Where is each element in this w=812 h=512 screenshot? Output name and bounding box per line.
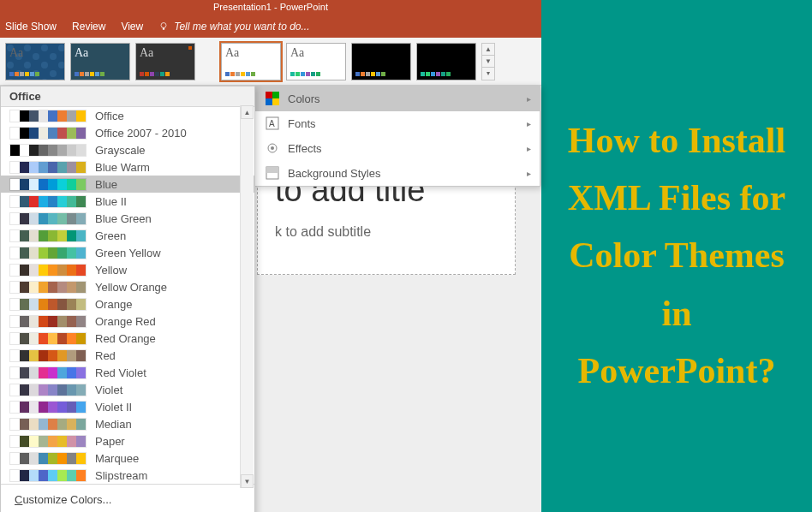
theme-aa-text: Aa [9, 47, 61, 59]
colors-icon [266, 92, 279, 105]
color-scheme-violet-ii[interactable]: Violet II [1, 398, 254, 415]
tell-me-search[interactable]: Tell me what you want to do... [158, 21, 309, 33]
theme-swatches [355, 72, 407, 76]
scheme-swatches [9, 384, 87, 396]
scheme-label: Blue Green [95, 212, 152, 225]
color-scheme-yellow[interactable]: Yellow [1, 261, 254, 278]
svg-point-5 [271, 146, 274, 150]
svg-text:A: A [269, 119, 275, 128]
scheme-swatches [9, 212, 87, 225]
color-scheme-paper[interactable]: Paper [1, 432, 254, 449]
chevron-right-icon: ▸ [527, 94, 531, 104]
scheme-swatches [9, 110, 87, 122]
theme-swatches [140, 72, 191, 76]
color-scheme-red-orange[interactable]: Red Orange [1, 330, 254, 347]
theme-aa-text: Aa [140, 47, 191, 59]
variant-label: Fonts [288, 117, 316, 130]
themes-gallery: AaAaAaAaAaAaAa▲▼▾ [0, 38, 541, 86]
scheme-swatches [9, 264, 87, 277]
theme-swatches [421, 72, 472, 76]
theme-swatches [290, 72, 342, 76]
tab-review[interactable]: Review [72, 21, 105, 33]
scheme-label: Red Violet [95, 366, 146, 379]
chevron-right-icon: ▸ [527, 119, 531, 128]
scheme-swatches [9, 469, 87, 482]
color-scheme-green-yellow[interactable]: Green Yellow [1, 244, 254, 261]
variant-colors[interactable]: Colors▸ [255, 86, 540, 111]
theme-aa-text: Aa [290, 47, 342, 59]
lightbulb-icon [158, 21, 169, 32]
scheme-swatches [9, 144, 87, 157]
panel-scrollbar[interactable]: ▲ ▼ [240, 105, 254, 488]
variant-label: Background Styles [288, 167, 380, 180]
scroll-down-icon[interactable]: ▼ [241, 474, 254, 488]
color-scheme-red[interactable]: Red [1, 347, 254, 364]
themes-scroll[interactable]: ▲▼▾ [481, 43, 495, 80]
color-scheme-green[interactable]: Green [1, 227, 254, 244]
variant-label: Colors [288, 92, 320, 105]
svg-rect-7 [266, 167, 278, 173]
color-scheme-blue[interactable]: Blue [1, 176, 254, 193]
scheme-swatches [9, 229, 87, 242]
theme-thumb-black-1[interactable]: Aa [351, 43, 411, 80]
window-title: Presentation1 - PowerPoint [213, 2, 328, 12]
color-scheme-orange-red[interactable]: Orange Red [1, 313, 254, 330]
theme-thumb-black-2[interactable]: Aa [416, 43, 476, 80]
colors-dropdown-panel: Office OfficeOffice 2007 - 2010Grayscale… [0, 86, 255, 512]
scheme-swatches [9, 366, 87, 379]
subtitle-placeholder[interactable]: k to add subtitle [275, 224, 498, 240]
color-scheme-slipstream[interactable]: Slipstream [1, 467, 254, 484]
theme-thumb-white-1[interactable]: Aa [221, 43, 281, 80]
scheme-label: Red [95, 349, 116, 362]
scheme-label: Orange Red [95, 315, 156, 328]
color-scheme-blue-ii[interactable]: Blue II [1, 193, 254, 210]
scheme-swatches [9, 401, 87, 414]
scheme-label: Office [95, 110, 124, 122]
scheme-label: Median [95, 418, 132, 431]
window-titlebar: Presentation1 - PowerPoint [0, 0, 541, 15]
theme-thumb-teal[interactable]: Aa [70, 43, 130, 80]
color-scheme-marquee[interactable]: Marquee [1, 449, 254, 467]
customize-colors-item[interactable]: Customize Colors... [1, 490, 254, 509]
color-scheme-red-violet[interactable]: Red Violet [1, 364, 254, 381]
expand-icon[interactable]: ▾ [482, 68, 494, 79]
color-scheme-office[interactable]: Office [1, 107, 254, 124]
chevron-right-icon: ▸ [527, 169, 531, 178]
color-scheme-grayscale[interactable]: Grayscale [1, 141, 254, 158]
variant-background[interactable]: Background Styles▸ [255, 161, 540, 186]
scroll-up-icon[interactable]: ▲ [482, 44, 494, 56]
scheme-label: Yellow [95, 264, 127, 277]
color-scheme-violet[interactable]: Violet [1, 381, 254, 398]
scheme-label: Blue [95, 178, 117, 191]
theme-thumb-pattern[interactable]: Aa [5, 43, 65, 80]
scheme-swatches [9, 452, 87, 465]
theme-thumb-dark-red[interactable]: Aa [135, 43, 195, 80]
variant-fonts[interactable]: AFonts▸ [255, 111, 540, 136]
scroll-up-icon[interactable]: ▲ [241, 105, 254, 119]
scheme-label: Office 2007 - 2010 [95, 127, 187, 140]
fonts-icon: A [266, 116, 279, 130]
scheme-swatches [9, 247, 87, 259]
scheme-label: Yellow Orange [95, 281, 167, 294]
tab-slide-show[interactable]: Slide Show [5, 21, 57, 33]
scheme-label: Slipstream [95, 469, 147, 482]
color-scheme-blue-green[interactable]: Blue Green [1, 210, 254, 227]
color-scheme-blue-warm[interactable]: Blue Warm [1, 158, 254, 176]
scheme-label: Marquee [95, 452, 139, 465]
color-scheme-median[interactable]: Median [1, 415, 254, 432]
scroll-down-icon[interactable]: ▼ [482, 56, 494, 68]
theme-thumb-white-2[interactable]: Aa [286, 43, 346, 80]
variant-flyout-panel: Colors▸AFonts▸Effects▸Background Styles▸ [254, 86, 540, 187]
scheme-swatches [9, 281, 87, 294]
color-scheme-office-2007---2010[interactable]: Office 2007 - 2010 [1, 124, 254, 141]
theme-aa-text: Aa [225, 47, 277, 59]
color-scheme-yellow-orange[interactable]: Yellow Orange [1, 278, 254, 295]
scheme-swatches [9, 435, 87, 448]
theme-swatches [75, 72, 126, 76]
svg-point-0 [161, 23, 166, 28]
scheme-label: Blue Warm [95, 161, 150, 174]
color-scheme-orange[interactable]: Orange [1, 295, 254, 313]
ribbon-tabs: Slide Show Review View Tell me what you … [0, 15, 541, 38]
tab-view[interactable]: View [121, 21, 143, 33]
variant-effects[interactable]: Effects▸ [255, 136, 540, 161]
